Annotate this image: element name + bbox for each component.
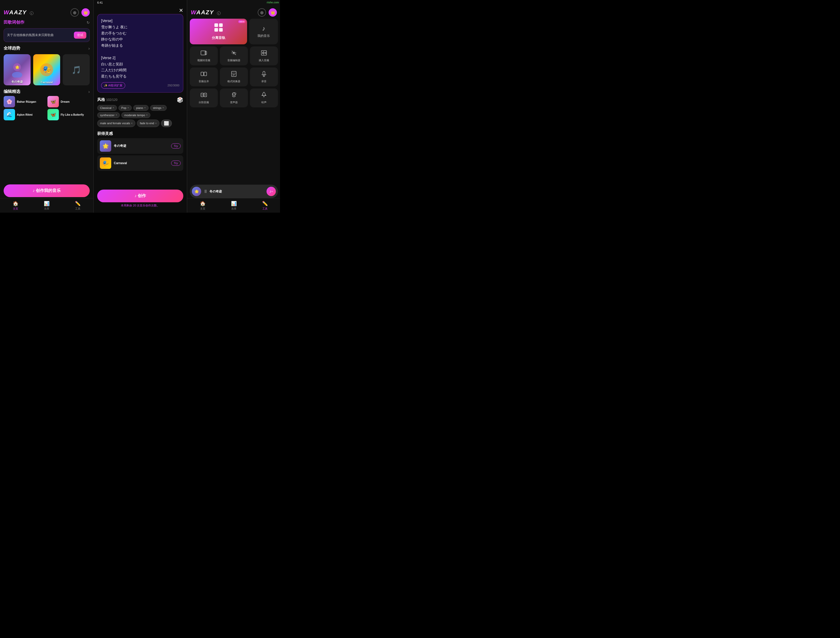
style-tag-pop[interactable]: Pop × [118, 105, 132, 111]
pick-item-2[interactable]: 🦋 Dream [47, 96, 90, 108]
scan-icon-btn[interactable]: ◎ [71, 8, 79, 17]
pick-thumb-1: 🌸 [4, 96, 15, 108]
style-tag-strings-text: strings [153, 106, 161, 109]
audio-merge-icon [201, 71, 207, 79]
voice-changer-icon [231, 92, 237, 100]
info-icon-3[interactable]: i [217, 11, 221, 15]
trend-card-1[interactable]: 🌟 冬の奇迹 [4, 54, 31, 85]
inspo-try-btn-1[interactable]: Try [171, 143, 181, 149]
style-tag-fade[interactable]: fade to end × [137, 120, 159, 127]
pick-item-1[interactable]: 🌸 Bahar Rüzgarı [4, 96, 46, 108]
nav-home-icon: 🏠 [13, 201, 18, 206]
modal-create-button[interactable]: ♪ 创作 [97, 190, 183, 202]
modal-status-time: 6:41 [97, 1, 103, 4]
scan-icon-btn-3[interactable]: ◎ [258, 8, 266, 17]
nav3-tools[interactable]: ✏️ 工具 [249, 198, 280, 213]
player-bar: 🌟 ⏸ 冬の奇迹 ♪ + [190, 185, 278, 198]
style-tag-fade-text: fade to end [140, 122, 154, 125]
style-tag-strings-remove[interactable]: × [162, 106, 164, 109]
info-icon[interactable]: i [30, 11, 33, 15]
editor-picks-list: 🌸 Bahar Rüzgarı 🦋 Dream 🌊 Aşkın Ritmi 🦋 … [0, 96, 93, 120]
inspo-card-1: 🌟 冬の奇迹 Try [97, 138, 183, 154]
nav-library-label: 乐库 [44, 207, 49, 211]
trend-card-3[interactable]: 🎵 [63, 54, 90, 85]
style-add-button[interactable]: ⬜ [161, 120, 172, 127]
style-tag-piano-remove[interactable]: × [144, 106, 146, 109]
svg-rect-23 [263, 71, 265, 75]
my-music-tool[interactable]: ♪ 我的音乐 [249, 19, 278, 44]
style-tag-synthesizer[interactable]: synthesizer × [97, 112, 120, 118]
style-header: 风格 102/120 🎲 [97, 97, 183, 103]
lyrics-input-area[interactable]: 关于吉他独奏的氛围未来贝斯歌曲 尝试 [4, 28, 90, 42]
nav3-home[interactable]: 🏠 主页 [187, 198, 218, 213]
tool-voice-changer[interactable]: 变声器 [220, 89, 248, 108]
lyrics-text: [Verse] 雪が舞うよ 夜に 君の手をつかむ 静かな街の中 奇跡が始まる [… [101, 18, 179, 80]
style-tag-vocals[interactable]: male and female vocals × [97, 120, 135, 127]
nav-library[interactable]: 📊 乐库 [31, 198, 62, 213]
nav-tools[interactable]: ✏️ 工具 [62, 198, 93, 213]
nav-home-label: 主页 [13, 207, 18, 211]
player-add-button[interactable]: ♪ + [267, 187, 276, 196]
style-tag-pop-remove[interactable]: × [127, 106, 129, 109]
inspiration-cards: 🌟 冬の奇迹 Try 🎭 Carnaval Try [97, 138, 183, 171]
record-label: 录音 [261, 80, 267, 83]
inspo-info-1: 冬の奇迹 [114, 144, 171, 148]
style-tag-fade-remove[interactable]: × [155, 122, 156, 125]
stem-tool-icon [214, 23, 223, 34]
tool-record[interactable]: 录音 [250, 67, 278, 86]
tool-audio-editor[interactable]: 音频编辑器 [220, 46, 248, 65]
refresh-icon[interactable]: ↻ [87, 21, 90, 25]
tools-main: NEW 分离音轨 ♪ 我的音乐 [187, 17, 280, 111]
tool-insert-audio[interactable]: 插入音频 [250, 46, 278, 65]
inspo-name-1: 冬の奇迹 [114, 144, 171, 148]
inspo-name-2: Carnaval [114, 161, 171, 165]
nav3-library-label: 乐库 [231, 207, 237, 211]
style-tag-strings[interactable]: strings × [150, 105, 167, 111]
style-tag-tempo[interactable]: moderate tempo × [122, 112, 150, 118]
style-tag-pop-text: Pop [122, 106, 126, 109]
editor-picks-arrow[interactable]: › [88, 89, 90, 94]
panel-modal: ✕ 6:41 [Verse] 雪が舞うよ 夜に 君の手をつかむ 静かな街の中 奇… [93, 0, 187, 213]
crown-icon-btn-3[interactable]: 👑 [268, 8, 277, 17]
nav-home[interactable]: 🏠 主页 [0, 198, 31, 213]
tool-ringtone[interactable]: 铃声 [250, 89, 278, 108]
new-badge: NEW [238, 20, 246, 23]
ai-expand-button[interactable]: ✨ AI歌词扩展 [101, 82, 125, 89]
nav3-library-icon: 📊 [231, 201, 237, 206]
player-controls: ⏸ 冬の奇迹 [203, 189, 264, 194]
player-pause-icon[interactable]: ⏸ [203, 189, 208, 194]
style-tag-vocals-remove[interactable]: × [131, 122, 133, 125]
tool-format-converter[interactable]: 格式转换器 [220, 67, 248, 86]
pick-item-3[interactable]: 🌊 Aşkın Ritmi [4, 109, 46, 120]
player-plus-icon: + [272, 190, 273, 193]
voice-changer-label: 变声器 [230, 101, 238, 104]
style-add-icon: ⬜ [164, 121, 169, 126]
style-dice-icon[interactable]: 🎲 [177, 97, 183, 103]
style-tag-classical[interactable]: Classical × [97, 105, 117, 111]
global-trends-arrow[interactable]: › [88, 46, 90, 51]
style-tag-piano[interactable]: piano × [133, 105, 148, 111]
global-trends-title: 全球趋势 [4, 46, 20, 51]
style-tag-synthesizer-remove[interactable]: × [115, 114, 117, 116]
modal-close-button[interactable]: ✕ [179, 7, 183, 13]
svg-text:🎭: 🎭 [42, 65, 51, 74]
lyrics-try-button[interactable]: 尝试 [74, 32, 86, 39]
nav3-library[interactable]: 📊 乐库 [218, 198, 249, 213]
my-music-label: 我的音乐 [257, 34, 270, 38]
crown-icon-btn[interactable]: 👑 [81, 8, 90, 17]
style-tag-tempo-remove[interactable]: × [146, 114, 148, 116]
style-tag-classical-remove[interactable]: × [112, 106, 114, 109]
featured-tool-stem[interactable]: NEW 分离音轨 [190, 19, 247, 44]
pick-name-3: Aşkın Ritmi [17, 113, 33, 116]
pick-name-2: Dream [61, 100, 69, 103]
inspo-try-btn-2[interactable]: Try [171, 160, 181, 166]
tool-split-audio[interactable]: 分割音频 [190, 89, 218, 108]
tool-audio-merge[interactable]: 音频合并 [190, 67, 218, 86]
trend-card-2[interactable]: 🎭 Carnaval [33, 54, 60, 85]
weekly-limit-text: 本周剩余 20 次音乐创作次数。 [93, 204, 187, 207]
tool-video-convert[interactable]: 视频转音频 [190, 46, 218, 65]
pick-item-4[interactable]: 🦋 Fly Like a Butterfly [47, 109, 90, 120]
main-create-button[interactable]: ♪ 创作我的音乐 [4, 184, 90, 197]
tools-row-3: 音频合并 格式转换器 [190, 67, 278, 86]
audio-merge-label: 音频合并 [199, 80, 209, 83]
